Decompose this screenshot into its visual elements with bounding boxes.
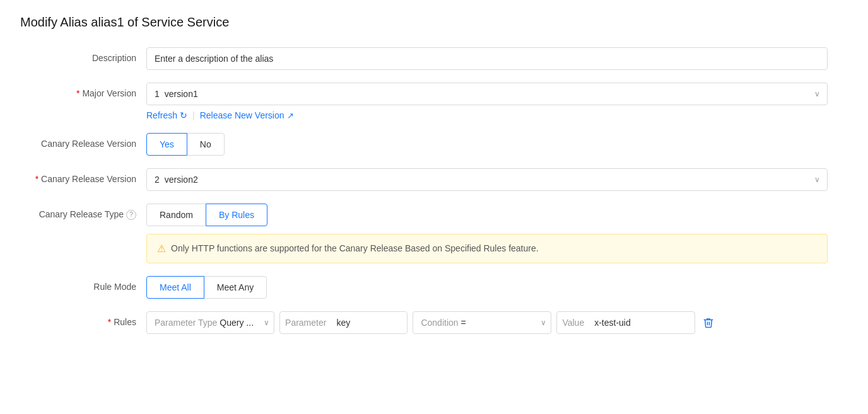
rules-fields-row: Parameter Type Query ... ∨ Parameter Con… xyxy=(146,311,828,334)
rules-row: Rules Parameter Type Query ... ∨ Paramet… xyxy=(33,311,848,334)
delete-rule-button[interactable] xyxy=(700,317,717,328)
parameter-input-wrapper: Parameter xyxy=(279,311,408,334)
major-version-num: 1 xyxy=(155,89,160,99)
canary-release-version-toggle-row: Canary Release Version Yes No xyxy=(33,133,848,156)
version-link-row: Refresh ↻ | Release New Version ↗ xyxy=(146,110,828,120)
major-version-content: 1 version1 ∨ Refresh ↻ | Release New Ver… xyxy=(146,83,828,120)
canary-release-version-select-content: 2 version2 ∨ xyxy=(146,168,828,191)
major-version-name: version1 xyxy=(165,89,198,99)
canary-release-version-select[interactable]: 2 version2 ∨ xyxy=(146,168,828,191)
canary-release-version-toggle-content: Yes No xyxy=(146,133,828,156)
meet-any-button[interactable]: Meet Any xyxy=(204,276,267,299)
rules-label: Rules xyxy=(33,311,146,329)
canary-release-type-toggle-group: Random By Rules xyxy=(146,204,828,226)
random-button[interactable]: Random xyxy=(146,204,206,226)
description-content xyxy=(146,47,828,70)
canary-release-version-select-row: Canary Release Version 2 version2 ∨ xyxy=(33,168,848,191)
by-rules-button[interactable]: By Rules xyxy=(206,204,267,226)
page-title: Modify Alias alias1 of Service Service xyxy=(20,15,848,30)
canary-release-version-toggle-group: Yes No xyxy=(146,133,828,156)
refresh-label: Refresh xyxy=(146,110,177,120)
link-divider: | xyxy=(192,110,195,120)
refresh-button[interactable]: Refresh ↻ xyxy=(146,110,187,120)
warning-banner: ⚠ Only HTTP functions are supported for … xyxy=(146,234,828,263)
canary-release-type-help-icon[interactable]: ? xyxy=(126,210,136,220)
condition-value: = xyxy=(461,318,466,328)
major-version-select[interactable]: 1 version1 ∨ xyxy=(146,83,828,105)
canary-no-button[interactable]: No xyxy=(187,133,225,156)
canary-version-num: 2 xyxy=(155,175,160,185)
canary-release-version-select-label: Canary Release Version xyxy=(33,168,146,186)
canary-yes-button[interactable]: Yes xyxy=(146,133,187,156)
release-new-version-button[interactable]: Release New Version ↗ xyxy=(200,110,294,120)
rule-mode-row: Rule Mode Meet All Meet Any xyxy=(33,276,848,299)
parameter-type-value: Query ... xyxy=(220,318,254,328)
warning-text: Only HTTP functions are supported for th… xyxy=(171,242,539,255)
canary-release-version-select-label-text: Canary Release Version xyxy=(41,174,136,184)
delete-icon xyxy=(703,317,714,328)
warning-icon: ⚠ xyxy=(157,243,166,255)
major-version-label: Major Version xyxy=(33,83,146,100)
meet-all-button[interactable]: Meet All xyxy=(146,276,204,299)
rule-mode-label: Rule Mode xyxy=(33,276,146,294)
canary-release-type-content: Random By Rules ⚠ Only HTTP functions ar… xyxy=(146,204,828,263)
condition-select[interactable]: Condition = ∨ xyxy=(413,311,551,334)
major-version-row: Major Version 1 version1 ∨ Refresh ↻ | R… xyxy=(33,83,848,120)
rule-mode-content: Meet All Meet Any xyxy=(146,276,828,299)
condition-prefix: Condition xyxy=(421,318,458,328)
canary-release-version-toggle-label: Canary Release Version xyxy=(33,133,146,151)
description-row: Description xyxy=(33,47,848,70)
canary-release-type-row: Canary Release Type ? Random By Rules ⚠ … xyxy=(33,204,848,263)
external-link-icon: ↗ xyxy=(287,111,294,120)
parameter-input[interactable] xyxy=(331,312,407,333)
rules-content: Parameter Type Query ... ∨ Parameter Con… xyxy=(146,311,828,334)
release-new-version-label: Release New Version xyxy=(200,110,284,120)
canary-version-name: version2 xyxy=(165,175,198,185)
description-label: Description xyxy=(33,47,146,65)
canary-release-type-label-text: Canary Release Type xyxy=(39,209,124,221)
value-label: Value xyxy=(557,318,589,328)
description-input[interactable] xyxy=(146,47,828,70)
parameter-type-select[interactable]: Parameter Type Query ... ∨ xyxy=(146,311,274,334)
value-input[interactable] xyxy=(589,312,677,333)
rule-mode-toggle-group: Meet All Meet Any xyxy=(146,276,828,299)
parameter-type-prefix: Parameter Type xyxy=(155,318,217,328)
value-input-wrapper: Value xyxy=(556,311,695,334)
canary-release-type-label: Canary Release Type ? xyxy=(33,204,146,221)
parameter-label: Parameter xyxy=(280,318,331,328)
refresh-icon: ↻ xyxy=(180,110,187,120)
